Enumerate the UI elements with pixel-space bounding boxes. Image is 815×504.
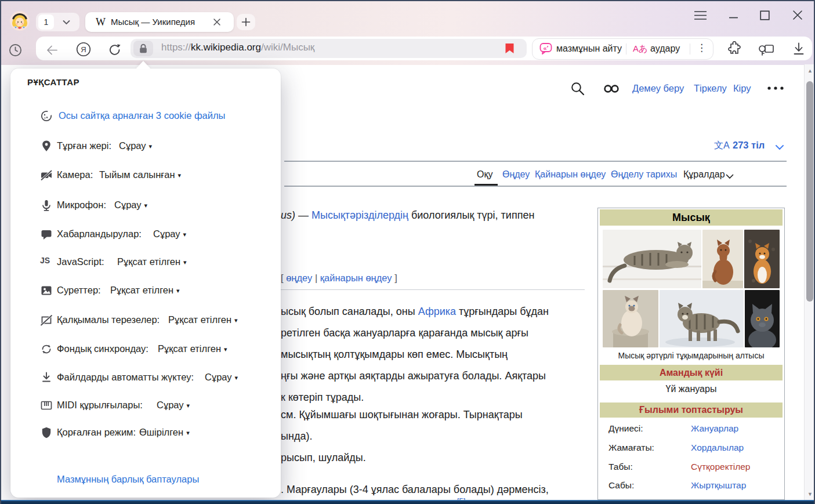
permission-label: Хабарландырулар:: [57, 229, 142, 240]
login-link[interactable]: Кіру: [733, 83, 751, 94]
language-button[interactable]: 273 тіл: [733, 140, 765, 151]
appearance-glasses-icon[interactable]: [603, 84, 620, 93]
read-aloud-icon: «′: [539, 42, 552, 55]
permission-row-popups: Қалқымалы терезелер: Рұқсат етілген▾: [10, 314, 281, 328]
chevron-down-icon: ▾: [186, 429, 190, 436]
permission-value-dropdown[interactable]: Рұқсат етілген▾: [158, 343, 227, 354]
tab-group-button[interactable]: 1: [36, 13, 79, 31]
edit-source-section-link[interactable]: қайнарын өңдеу: [320, 273, 392, 283]
window-frame-left: [0, 0, 1, 504]
plus-icon: [241, 17, 251, 27]
svg-text:Я: Я: [81, 45, 86, 54]
new-tab-button[interactable]: [237, 14, 255, 30]
language-icon: 文А: [714, 140, 730, 152]
permission-row-background-sync: Фондық синхрондау: Рұқсат етілген▾: [10, 343, 281, 357]
bookmark-icon[interactable]: [504, 42, 516, 55]
felidae-link[interactable]: Мысықтәрізділердің: [311, 209, 408, 221]
taxonomy-header: Ғылыми топтастыруы: [600, 403, 783, 418]
history-icon[interactable]: [9, 43, 22, 57]
article-paragraph-3: рысып, шулайды.: [281, 452, 366, 464]
permission-value-dropdown[interactable]: Рұқсат етілген▾: [117, 256, 187, 267]
downloads-icon[interactable]: [792, 42, 806, 56]
cream-siamese-cat-image[interactable]: [603, 290, 658, 347]
microphone-icon: [40, 199, 53, 212]
passwords-key-icon[interactable]: [758, 42, 775, 57]
section-divider: [281, 289, 585, 290]
more-menu-icon[interactable]: [767, 86, 784, 90]
close-window-icon[interactable]: [792, 10, 803, 20]
divider: [626, 43, 626, 55]
permission-value-dropdown[interactable]: Сұрау▾: [114, 200, 147, 211]
scrollbar-thumb[interactable]: [806, 81, 813, 302]
yandex-services-icon[interactable]: Я: [76, 42, 91, 57]
title-underline: [284, 161, 787, 162]
permission-value-dropdown[interactable]: Сұрау▾: [157, 400, 190, 411]
kingdom-link[interactable]: Жануарлар: [691, 423, 738, 434]
order-link[interactable]: Жыртқыштар: [691, 480, 746, 491]
chevron-down-icon: ▾: [224, 346, 227, 353]
taxonomy-row: Табы: Сүтқоректілер: [598, 462, 784, 474]
all-content-settings-link[interactable]: Мазмұнның барлық баптаулары: [57, 474, 199, 485]
maximize-icon[interactable]: [760, 10, 770, 20]
tab-history[interactable]: Өңделу тарихы: [611, 169, 677, 180]
chevron-down-icon: ▾: [187, 402, 190, 409]
reload-icon[interactable]: [108, 43, 122, 57]
url-text[interactable]: https://kk.wikipedia.org/wiki/Мысық: [161, 42, 314, 53]
translate-button[interactable]: аудару: [650, 43, 680, 54]
minimize-icon[interactable]: [729, 17, 738, 19]
url-path: /wiki/Мысық: [261, 42, 314, 53]
chevron-down-icon[interactable]: [775, 144, 784, 150]
africa-link[interactable]: Африка: [418, 306, 456, 317]
class-link[interactable]: Сүтқоректілер: [691, 462, 750, 472]
edit-section-link[interactable]: өңдеу: [286, 273, 312, 283]
article-intro-line: us) — Мысықтәрізділердің биологиялық түр…: [281, 209, 534, 222]
translate-icon: Аあ: [633, 43, 647, 55]
search-icon[interactable]: [570, 81, 585, 96]
close-tab-icon[interactable]: [213, 18, 221, 26]
permission-row-microphone: Микрофон: Сұрау▾: [10, 199, 281, 213]
chevron-down-icon: ▾: [235, 374, 238, 381]
permission-label: Камера:: [57, 169, 93, 180]
tabby-cat-snow-image[interactable]: [660, 290, 744, 347]
browser-menu-icon[interactable]: [694, 10, 707, 20]
window-frame-top: [0, 0, 815, 1]
permission-value-dropdown[interactable]: Сұрау▾: [205, 372, 238, 383]
tabs-underline: [284, 186, 787, 187]
read-aloud-button[interactable]: мазмұнын айту: [556, 43, 622, 54]
permission-value-dropdown[interactable]: Сұрау▾: [119, 140, 152, 151]
permission-value-dropdown[interactable]: Өшірілген▾: [139, 427, 190, 438]
profile-avatar[interactable]: [10, 11, 30, 31]
tab-edit-source[interactable]: Қайнарын өңдеу: [535, 169, 606, 180]
chevron-down-icon: ▾: [176, 287, 180, 294]
site-permissions-button[interactable]: [133, 41, 153, 56]
grey-chartreux-cat-image[interactable]: [745, 290, 780, 347]
panel-caret: [136, 61, 151, 69]
permission-label: Микрофон:: [57, 200, 106, 211]
active-tab[interactable]: W Мысық — Уикипедия: [85, 12, 234, 32]
more-actions-icon[interactable]: ⋮: [697, 42, 707, 54]
article-paragraph-2: см. Құйымшағы шоқтығынан жоғары. Тырнақт…: [281, 404, 523, 447]
phylum-link[interactable]: Хордалылар: [691, 443, 744, 453]
extensions-puzzle-icon[interactable]: [726, 41, 742, 57]
cookies-link[interactable]: Осы сайтқа арналған 3 cookie файлы: [59, 110, 225, 121]
create-account-link[interactable]: Тіркелу: [694, 83, 727, 94]
abyssinian-cat-image[interactable]: [702, 230, 743, 288]
download-icon: [40, 371, 53, 384]
donate-link[interactable]: Демеу беру: [632, 83, 684, 94]
back-icon[interactable]: [45, 43, 59, 57]
chevron-down-icon: ▾: [149, 143, 153, 150]
javascript-icon: JS: [40, 256, 53, 269]
tabby-cat-lying-image[interactable]: [603, 230, 701, 288]
permission-value-dropdown[interactable]: Сұрау▾: [153, 229, 186, 240]
permission-value-dropdown[interactable]: Тыйым салынған▾: [99, 169, 181, 180]
chevron-down-icon[interactable]: [726, 174, 734, 179]
tab-read[interactable]: Оқу: [477, 169, 492, 180]
tab-edit[interactable]: Өңдеу: [502, 169, 530, 180]
orange-white-cat-image[interactable]: [744, 230, 780, 288]
tab-tools[interactable]: Құралдар: [683, 169, 725, 180]
permission-label: Суреттер:: [57, 285, 101, 296]
rank-label: Жамағаты:: [608, 443, 654, 453]
permission-value-dropdown[interactable]: Рұқсат етілген▾: [168, 314, 238, 325]
permission-value-dropdown[interactable]: Рұқсат етілген▾: [110, 285, 180, 296]
permission-row-camera: Камера: Тыйым салынған▾: [10, 169, 281, 183]
